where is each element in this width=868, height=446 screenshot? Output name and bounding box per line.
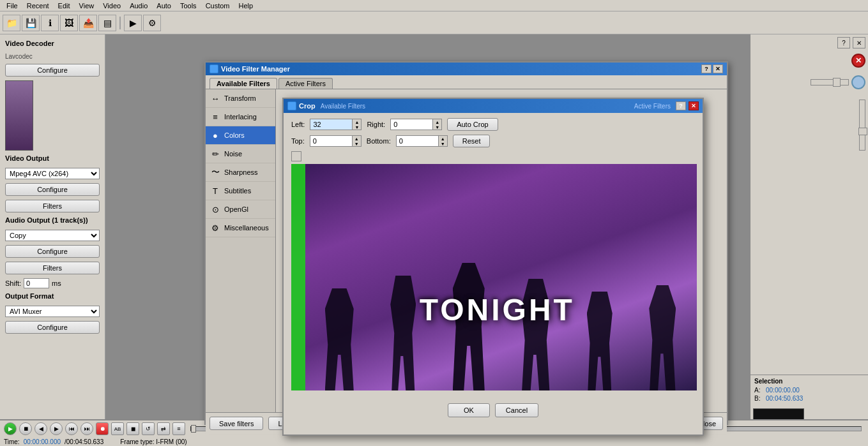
shuffle-btn[interactable]: ⇄ (157, 422, 170, 435)
crop-fields-row2: Top: ▲ ▼ Bottom: ▲ (291, 135, 695, 147)
mark-out-btn[interactable]: ◼ (126, 422, 139, 435)
crop-right-up[interactable]: ▲ (433, 119, 441, 124)
rew-btn[interactable]: ⏮ (65, 422, 78, 435)
toolbar-play-btn[interactable]: ▶ (124, 15, 142, 31)
loop-btn[interactable]: ↺ (142, 422, 155, 435)
top-right-btns: ? ✕ (750, 34, 868, 51)
toolbar-info-btn[interactable]: ℹ (41, 15, 59, 31)
video-codec-select[interactable]: Mpeg4 AVC (x264) (5, 168, 100, 179)
crop-cancel-btn[interactable]: Cancel (495, 403, 538, 417)
playlist-btn[interactable]: ≡ (172, 422, 185, 435)
close-x-btn[interactable]: ✕ (853, 37, 865, 48)
volume-btn[interactable] (851, 75, 865, 89)
output-format-title: Output Format (5, 292, 100, 300)
configure-btn-1[interactable]: Configure (5, 64, 100, 77)
volume-track[interactable] (811, 79, 849, 85)
configure-btn-3[interactable]: Configure (5, 245, 100, 258)
crop-footer: OK Cancel (284, 398, 703, 422)
menu-file[interactable]: File (3, 1, 22, 10)
v-slider-thumb[interactable] (858, 128, 867, 135)
mark-in-btn[interactable]: ⏺ (96, 422, 109, 435)
crop-bottom-up[interactable]: ▲ (439, 136, 447, 141)
toolbar-layout-btn[interactable]: ▤ (98, 15, 116, 31)
vfm-window: Video Filter Manager ? ✕ Available Filte… (204, 61, 728, 425)
help-icon-btn[interactable]: ? (837, 37, 850, 48)
toolbar-thumb-btn[interactable]: 🖼 (60, 15, 78, 31)
menu-audio[interactable]: Audio (126, 1, 151, 10)
video-decoder-title: Video Decoder (5, 40, 100, 47)
prev-btn[interactable]: ◀ (34, 422, 47, 435)
vfm-help-btn[interactable]: ? (701, 64, 712, 73)
menu-video[interactable]: Video (99, 1, 125, 10)
filter-transform[interactable]: ↔ Transform (206, 89, 275, 108)
sharpness-icon: 〜 (209, 167, 221, 178)
subtitles-icon: T (209, 185, 221, 197)
configure-btn-2[interactable]: Configure (5, 183, 100, 196)
filter-sharpness[interactable]: 〜 Sharpness (206, 163, 275, 182)
tab-active-filters[interactable]: Active Filters (278, 78, 333, 89)
fwd-btn[interactable]: ⏭ (80, 422, 93, 435)
shift-label: Shift: (5, 279, 21, 287)
filter-interlacing[interactable]: ≡ Interlacing (206, 108, 275, 126)
crop-right-input[interactable] (391, 119, 432, 130)
vfm-close-btn[interactable]: ✕ (713, 64, 723, 73)
configure-btn-4[interactable]: Configure (5, 321, 100, 334)
toolbar-encode-btn[interactable]: ⚙ (143, 15, 161, 31)
stop-btn[interactable]: ⏹ (19, 422, 32, 435)
ab-btn[interactable]: AB (111, 422, 124, 435)
play-btn[interactable]: ▶ (4, 422, 17, 435)
crop-bottom-down[interactable]: ▼ (439, 141, 447, 146)
auto-crop-btn[interactable]: Auto Crop (447, 118, 498, 131)
crop-bottom-input[interactable] (397, 136, 438, 146)
right-side-panel: ? ✕ ✕ Selectio (750, 34, 868, 446)
vfm-title-btns: ? ✕ (701, 64, 723, 73)
crop-left-up[interactable]: ▲ (353, 119, 361, 124)
v-slider[interactable] (859, 100, 865, 151)
menu-recent[interactable]: Recent (23, 1, 53, 10)
crop-close-btn[interactable]: ✕ (689, 101, 699, 110)
filter-colors-label: Colors (224, 131, 245, 139)
color-picker-icon[interactable] (291, 151, 301, 161)
menu-help[interactable]: Help (235, 1, 257, 10)
menu-tools[interactable]: Tools (176, 1, 201, 10)
crop-top-up[interactable]: ▲ (353, 136, 361, 141)
filter-interlacing-label: Interlacing (224, 113, 257, 121)
crop-top-input[interactable] (310, 136, 352, 146)
crop-help-btn[interactable]: ? (676, 101, 686, 110)
menu-custom[interactable]: Custom (202, 1, 234, 10)
audio-copy-select[interactable]: Copy (5, 230, 100, 241)
volume-thumb[interactable] (833, 78, 841, 87)
selection-panel: Selection A: 00:00:00.00 B: 00:04:50.633 (750, 375, 868, 406)
toolbar-open-btn[interactable]: 📁 (3, 15, 20, 31)
tab-available-filters[interactable]: Available Filters (209, 78, 277, 89)
crop-subtitle2: Active Filters (634, 103, 671, 110)
filter-opengl[interactable]: ⊙ OpenGl (206, 200, 275, 219)
dancer-5 (587, 292, 613, 390)
save-filters-btn[interactable]: Save filters (209, 417, 263, 430)
filter-colors[interactable]: ● Colors (206, 126, 275, 145)
menu-edit[interactable]: Edit (54, 1, 74, 10)
toolbar-export-btn[interactable]: 📤 (79, 15, 97, 31)
filters-btn-2[interactable]: Filters (5, 262, 100, 274)
video-output-title: Video Output (5, 154, 100, 162)
crop-fields-row: Left: ▲ ▼ Right: ▲ (291, 118, 695, 131)
crop-left-input[interactable] (310, 119, 352, 130)
output-format-select[interactable]: AVI Muxer (5, 306, 100, 317)
vfm-title: Video Filter Manager (221, 65, 290, 73)
crop-right-down[interactable]: ▼ (433, 124, 441, 130)
crop-top-down[interactable]: ▼ (353, 141, 361, 146)
toolbar-save-btn[interactable]: 💾 (22, 15, 40, 31)
reset-btn[interactable]: Reset (453, 135, 491, 147)
menu-auto[interactable]: Auto (153, 1, 175, 10)
timeline-thumb[interactable] (191, 425, 196, 433)
filter-subtitles[interactable]: T Subtitles (206, 182, 275, 200)
crop-left-down[interactable]: ▼ (353, 124, 361, 130)
shift-input[interactable] (24, 278, 49, 288)
shift-unit: ms (52, 279, 61, 287)
filters-btn-1[interactable]: Filters (5, 200, 100, 212)
crop-ok-btn[interactable]: OK (448, 403, 490, 417)
menu-view[interactable]: View (75, 1, 98, 10)
filter-misc[interactable]: ⚙ Miscellaneous (206, 219, 275, 237)
filter-noise[interactable]: ✏ Noise (206, 145, 275, 163)
next-btn[interactable]: ▶ (50, 422, 63, 435)
